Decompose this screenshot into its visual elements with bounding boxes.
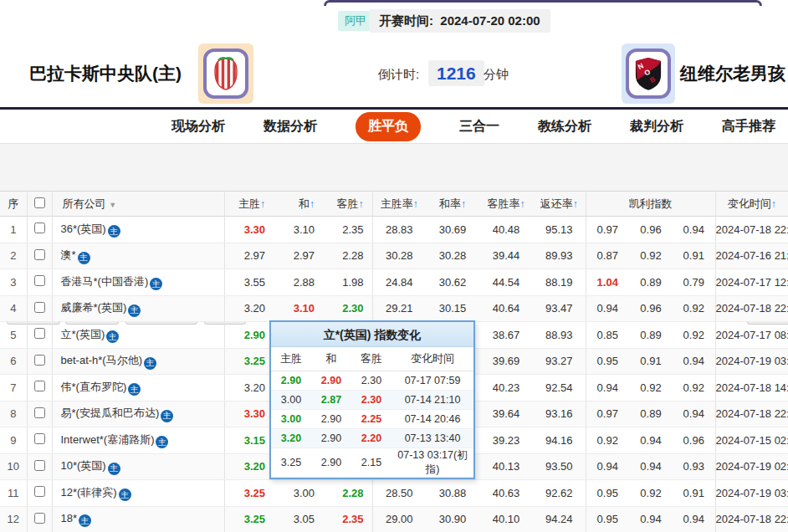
header-draw-label: 和 [299,197,310,210]
kelly-draw-cell: 0.92 [629,375,673,402]
header-away-label: 客胜 [337,197,359,210]
company-cell[interactable]: 立*(英国)主 [52,322,224,349]
header-draw-odds[interactable]: 和↑ [274,192,323,217]
table-row: 4 威廉希*(英国)主 3.20 3.10 2.30 29.21 30.15 4… [0,295,788,322]
away-rate-cell: 38.67 [479,322,533,349]
away-rate-cell: 40.23 [479,375,533,402]
tab-胜平负[interactable]: 胜平负 [356,112,421,141]
header-payout-label: 返还率 [540,197,573,210]
row-checkbox[interactable] [34,302,45,313]
tab-高手推荐[interactable]: 高手推荐 [722,118,775,136]
row-checkbox[interactable] [34,328,45,339]
row-checkbox[interactable] [34,223,45,233]
header-draw-rate[interactable]: 和率↑ [426,192,479,217]
popup-draw-odds: 2.87 [311,390,351,409]
company-cell[interactable]: Interwet*(塞浦路斯)主 [52,427,224,454]
tab-教练分析[interactable]: 教练分析 [538,118,591,136]
company-badge-icon: 主 [108,225,120,238]
company-cell[interactable]: 18*主 [52,506,224,532]
kickoff-value: 2024-07-20 02:00 [440,13,540,28]
row-checkbox[interactable] [34,460,45,471]
header-home-odds[interactable]: 主胜↑ [224,192,274,217]
change-time-cell: 2024-07-15 02:06 [715,427,788,454]
company-cell[interactable]: bet-at-h*(马尔他)主 [52,348,224,375]
row-checkbox-cell [27,269,52,296]
draw-rate-cell: 30.88 [426,480,479,507]
company-cell[interactable]: 易*(安提瓜和巴布达)主 [52,401,224,427]
company-badge-icon: 主 [108,463,120,475]
row-checkbox[interactable] [34,513,45,524]
tab-三合一[interactable]: 三合一 [459,118,499,136]
kelly-draw-cell: 0.92 [629,243,673,269]
company-badge-icon: 主 [161,410,173,422]
popup-row: 3.00 2.87 2.30 07-14 21:10 [271,390,473,409]
select-all-checkbox[interactable] [34,197,45,208]
popup-home-odds: 3.00 [271,409,311,428]
kelly-away-cell: 0.94 [673,506,715,532]
tab-数据分析[interactable]: 数据分析 [264,118,317,136]
row-checkbox[interactable] [34,249,45,260]
row-checkbox[interactable] [34,355,45,366]
row-checkbox[interactable] [34,433,45,444]
home-team-name: 巴拉卡斯中央队(主) [29,62,182,85]
company-cell[interactable]: 伟*(直布罗陀)主 [52,375,224,402]
away-odds-cell: 2.30 [323,295,372,322]
company-cell[interactable]: 10*(英国)主 [52,453,224,480]
home-odds-cell: 3.25 [224,480,274,507]
tab-现场分析[interactable]: 现场分析 [171,118,225,136]
kelly-home-cell: 0.92 [586,427,629,454]
draw-rate-cell: 30.90 [426,506,479,532]
row-checkbox[interactable] [34,486,45,497]
payout-cell: 88.93 [533,322,586,349]
away-rate-cell: 39.44 [479,243,533,269]
header-checkbox[interactable] [27,192,52,217]
header-home-rate-label: 主胜率 [381,197,413,210]
draw-rate-cell: 30.62 [426,269,479,296]
row-checkbox[interactable] [34,275,45,286]
row-checkbox-cell [27,217,52,243]
row-checkbox-cell [27,295,52,322]
row-checkbox-cell [27,453,52,480]
change-time-cell: 2024-07-17 08:00 [715,322,788,349]
row-checkbox[interactable] [34,381,45,391]
company-name: 威廉希*(英国) [61,301,127,314]
header-home-rate[interactable]: 主胜率↑ [372,192,426,217]
company-cell[interactable]: 12*(菲律宾)主 [52,480,224,507]
header-company[interactable]: 所有公司 ▼ [52,192,224,217]
header-away-odds[interactable]: 客胜↑ [323,192,372,217]
tab-裁判分析[interactable]: 裁判分析 [630,118,683,136]
company-name: Interwet*(塞浦路斯) [61,433,155,446]
company-cell[interactable]: 澳*主 [52,243,224,269]
home-odds-cell: 3.25 [224,348,274,375]
away-team-crest-icon: N O B [626,49,671,99]
away-odds-cell: 2.28 [323,480,372,507]
draw-rate-cell: 30.28 [426,243,479,269]
header-payout[interactable]: 返还率↑ [533,192,586,217]
company-badge-icon: 主 [78,252,90,264]
company-cell[interactable]: 36*(英国)主 [52,217,224,243]
table-row: 2 澳*主 2.97 2.97 2.28 30.28 30.28 39.44 8… [0,243,788,269]
away-rate-cell: 40.48 [479,217,533,243]
home-odds-cell: 2.97 [224,243,274,269]
popup-draw-odds: 2.90 [311,428,351,448]
header-away-rate[interactable]: 客胜率↑ [479,192,533,217]
table-row: 1 36*(英国)主 3.30 3.10 2.35 28.83 30.69 40… [0,217,788,243]
chevron-down-icon: ▼ [109,201,116,209]
popup-title: 立*(英国) 指数变化 [271,322,473,347]
company-cell[interactable]: 威廉希*(英国)主 [52,295,224,322]
away-rate-cell: 40.64 [479,295,533,322]
company-cell[interactable]: 香港马*(中国香港)主 [52,269,224,296]
sort-asc-icon: ↑ [573,198,578,210]
draw-odds-cell: 3.10 [274,295,323,322]
company-name: 12*(菲律宾) [61,486,117,499]
payout-cell: 93.27 [533,348,586,375]
draw-odds-cell: 3.00 [274,480,323,507]
away-rate-cell: 40.13 [479,453,533,480]
row-checkbox[interactable] [34,407,45,418]
company-name: 18* [61,512,78,524]
popup-header-draw: 和 [311,347,351,371]
home-team-crest-icon [203,49,248,99]
company-badge-icon: 主 [128,304,141,317]
payout-cell: 94.24 [533,506,586,532]
header-change-time[interactable]: 变化时间↑ [715,192,788,217]
